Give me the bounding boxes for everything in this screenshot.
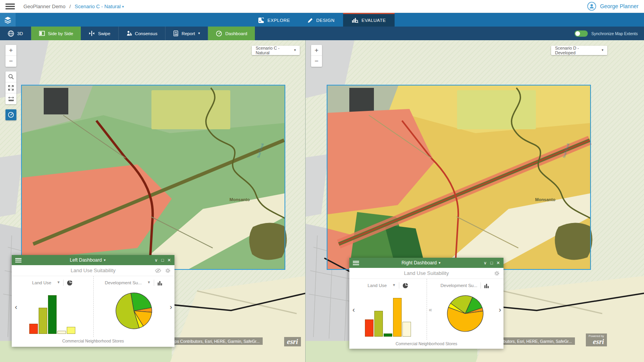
carousel-collapse-button[interactable]: « — [429, 307, 432, 312]
user-avatar-icon — [587, 2, 596, 11]
search-button[interactable] — [5, 71, 16, 82]
evaluate-toolbar: 3D Side by Side Swipe Consensus Report ▾… — [0, 27, 644, 40]
3d-button[interactable]: 3D — [0, 27, 31, 40]
chart-selector[interactable]: Land Use ▼ — [32, 280, 60, 285]
right-scenario-selector[interactable]: Scenario D - Developed ▾ — [551, 46, 607, 55]
main-menu-icon[interactable] — [5, 4, 15, 9]
close-button[interactable]: ✕ — [496, 260, 500, 266]
minimize-button[interactable]: ∨ — [484, 260, 487, 266]
zoom-out-button[interactable]: − — [311, 56, 322, 67]
user-menu[interactable]: George Planner — [587, 2, 639, 11]
measure-button[interactable] — [5, 93, 16, 104]
primary-nav: EXPLORE DESIGN EVALUATE — [0, 13, 644, 27]
esri-logo: esri — [284, 337, 301, 346]
dashboard-menu-icon[interactable] — [353, 261, 359, 265]
tab-design[interactable]: DESIGN — [299, 13, 343, 27]
chart-caption: Commercial Neighborhood Stores — [12, 337, 174, 346]
close-button[interactable]: ✕ — [167, 258, 171, 263]
chart-widget-development-suitability: Development Su... ▼ — [93, 276, 175, 337]
dashboard-titlebar[interactable]: Left Dashboard ▼ ∨ □ ✕ — [12, 255, 174, 265]
zoom-controls: + − — [311, 45, 322, 67]
widget-title: Land Use Suitability — [349, 270, 503, 276]
chart-selector[interactable]: Development Su... ▼ — [105, 280, 151, 285]
measure-icon — [8, 96, 14, 102]
breadcrumb: GeoPlanner Demo / Scenario C - Natural ▾ — [23, 4, 124, 9]
breadcrumb-separator: / — [69, 4, 71, 9]
expand-extent-button[interactable] — [5, 82, 16, 93]
carousel-next-button[interactable]: › — [170, 303, 172, 310]
chart-widget-land-use: Land Use ▼ — [12, 276, 93, 337]
bar-segment[interactable] — [29, 324, 38, 334]
gear-icon[interactable] — [494, 271, 500, 276]
carousel-prev-button[interactable]: ‹ — [352, 306, 355, 313]
chart-selector[interactable]: Development Su... — [440, 283, 477, 288]
globe-icon — [8, 30, 14, 37]
chart-widget-land-use: Land Use ▼ — [349, 279, 427, 340]
report-button[interactable]: Report ▾ — [165, 27, 208, 40]
bar-segment[interactable] — [374, 311, 383, 337]
bar-chart-icon[interactable] — [484, 283, 490, 288]
dashboard-title-menu[interactable]: Right Dashboard ▼ — [359, 260, 484, 266]
pie-chart-icon[interactable] — [67, 280, 73, 286]
left-scenario-selector[interactable]: Scenario C - Natural ▾ — [252, 46, 300, 55]
zoom-out-button[interactable]: − — [5, 56, 16, 67]
gear-icon[interactable] — [165, 268, 171, 273]
consensus-button[interactable]: Consensus — [119, 27, 166, 40]
swipe-button[interactable]: Swipe — [81, 27, 118, 40]
zoom-in-button[interactable]: + — [311, 45, 322, 56]
tab-evaluate[interactable]: EVALUATE — [343, 13, 394, 27]
app-header: GeoPlanner Demo / Scenario C - Natural ▾… — [0, 0, 644, 13]
caret-down-icon: ▼ — [438, 261, 441, 265]
carousel-prev-button[interactable]: ‹ — [15, 303, 17, 310]
bar-chart-icon[interactable] — [157, 280, 163, 285]
bar-segment[interactable] — [39, 308, 47, 334]
maximize-button[interactable]: □ — [161, 258, 164, 263]
tab-explore[interactable]: EXPLORE — [249, 13, 299, 27]
breadcrumb-app-title[interactable]: GeoPlanner Demo — [23, 4, 66, 9]
zoom-controls: + − — [5, 45, 16, 67]
bar-segment[interactable] — [384, 333, 392, 337]
bar-chart[interactable] — [12, 295, 93, 334]
caret-down-icon: ▼ — [103, 259, 106, 262]
dashboard-title-menu[interactable]: Left Dashboard ▼ — [21, 257, 155, 263]
sync-extents-toggle[interactable] — [575, 30, 588, 37]
dashboard-tool-button-active[interactable] — [5, 109, 16, 120]
bar-chart[interactable] — [349, 298, 427, 337]
pie-chart[interactable] — [446, 294, 485, 333]
bar-segment[interactable] — [365, 319, 374, 337]
dashboard-titlebar[interactable]: Right Dashboard ▼ ∨ □ ✕ — [349, 258, 503, 268]
chart-widget-development-suitability: Development Su... — [427, 279, 504, 340]
side-by-side-button[interactable]: Side by Side — [31, 27, 81, 40]
bar-segment[interactable] — [48, 295, 57, 334]
caret-down-icon: ▾ — [122, 5, 124, 9]
bar-segment[interactable] — [393, 298, 402, 337]
expand-icon — [8, 85, 14, 91]
left-map-panel: MonsantoSeal Creek + − — [0, 40, 306, 362]
nav-tabs: EXPLORE DESIGN EVALUATE — [0, 13, 644, 27]
pie-chart[interactable] — [114, 291, 153, 330]
report-icon — [173, 30, 178, 36]
side-by-side-icon — [39, 30, 45, 36]
chart-caption: Commercial Neighborhood Stores — [349, 340, 503, 348]
bar-segment[interactable] — [402, 322, 411, 337]
caret-down-icon: ▾ — [601, 48, 603, 52]
caret-down-icon: ▼ — [392, 283, 396, 287]
svg-text:Monsanto: Monsanto — [229, 197, 250, 202]
maximize-button[interactable]: □ — [490, 260, 493, 266]
carousel-next-button[interactable]: › — [499, 306, 501, 313]
minimize-button[interactable]: ∨ — [155, 258, 158, 263]
breadcrumb-scenario-menu[interactable]: Scenario C - Natural ▾ — [75, 4, 124, 9]
visibility-off-icon[interactable] — [155, 268, 161, 273]
chart-selector[interactable]: Land Use ▼ — [368, 283, 396, 288]
bar-segment[interactable] — [67, 327, 75, 334]
pie-chart-icon[interactable] — [402, 283, 408, 289]
right-dashboard-window: Right Dashboard ▼ ∨ □ ✕ Land Use Suitabi… — [349, 258, 503, 349]
zoom-in-button[interactable]: + — [5, 45, 16, 56]
dashboard-button[interactable]: Dashboard — [208, 27, 255, 40]
sync-extents-control: Synchronize Map Extents — [575, 27, 644, 40]
right-map-panel: MonsantoSeal Creek + − Scenario D - Deve… — [306, 40, 644, 362]
dashboard-menu-icon[interactable] — [15, 258, 21, 262]
widget-title: Land Use Suitability — [12, 267, 174, 273]
bar-segment[interactable] — [57, 331, 66, 334]
swipe-icon — [89, 30, 95, 36]
